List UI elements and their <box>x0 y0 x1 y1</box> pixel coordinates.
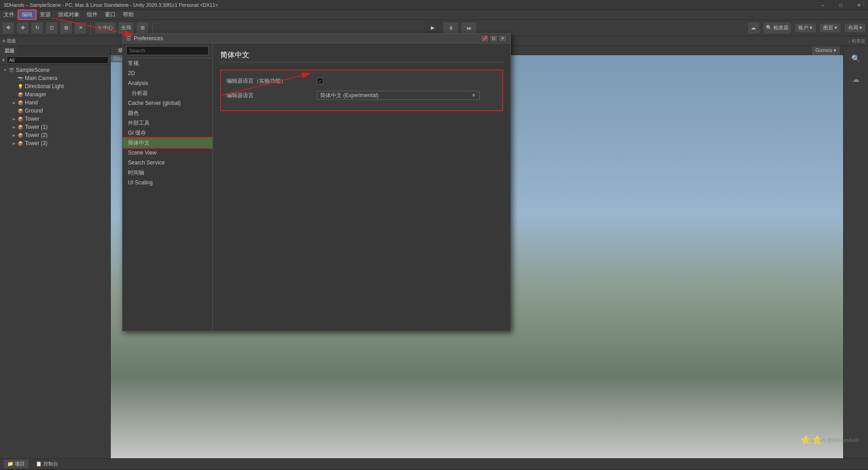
hand-icon: 📦 <box>17 99 24 106</box>
tree-item-manager[interactable]: 📦 Manager <box>0 90 110 99</box>
account-btn[interactable]: 🔍 检查器 <box>763 22 792 34</box>
tower2-icon: 📦 <box>17 132 24 138</box>
item-tower: Tower <box>25 116 39 122</box>
title-bar: 3DHands – SampleScene - PC, Mac & Linux … <box>0 0 868 10</box>
pref-menu-analyzer[interactable]: 分析器 <box>123 88 212 98</box>
pref-section-title: 简体中文 <box>220 51 503 62</box>
menu-window[interactable]: 窗口 <box>101 10 119 19</box>
tree-item-dir-light[interactable]: 💡 Directional Light <box>0 82 110 90</box>
menu-bar: 文件 编辑 资源 游戏对象 组件 窗口 帮助 <box>0 10 868 20</box>
tool-move[interactable]: ✥ <box>16 22 29 34</box>
pref-row-editor-lang: 编辑器语言 简体中文 (Experimental) ▼ <box>226 90 497 100</box>
menu-gameobject[interactable]: 游戏对象 <box>54 10 83 19</box>
arrow-scene: ▼ <box>2 68 8 72</box>
pause-btn[interactable]: ⏸ <box>443 22 459 34</box>
item-tower3: Tower (3) <box>25 140 47 146</box>
dialog-search-input[interactable] <box>126 46 209 55</box>
hierarchy-toolbar: + <box>0 55 110 65</box>
pref-menu-general[interactable]: 常规 <box>123 58 212 68</box>
item-tower2: Tower (2) <box>25 132 47 138</box>
cloud-btn[interactable]: ☁ <box>747 22 760 34</box>
pref-value-editor-lang-enable: ✓ <box>317 78 497 84</box>
pref-menu-search[interactable]: Search Service <box>123 158 212 168</box>
pref-menu-gi[interactable]: GI 缓存 <box>123 128 212 138</box>
pref-dropdown-editor-lang[interactable]: 简体中文 (Experimental) ▼ <box>317 91 480 100</box>
pref-label-editor-lang: 编辑器语言 <box>226 92 317 99</box>
camera-icon: 📷 <box>17 75 24 81</box>
search-inspector-icon[interactable]: 🔍 <box>847 49 865 67</box>
tower1-icon: 📦 <box>17 124 24 130</box>
project-tab-label: 项目 <box>15 461 25 467</box>
dialog-title-icon: ☰ <box>126 35 131 42</box>
dialog-pin-btn[interactable]: 📌 <box>481 35 489 42</box>
pref-menu-ext-tools[interactable]: 外部工具 <box>123 118 212 128</box>
dialog-close-btn[interactable]: ✕ <box>499 35 507 42</box>
console-tab[interactable]: 📋 控制台 <box>32 460 62 468</box>
toolbar-right: ☁ 🔍 检查器 账户 ▾ 图层 ▾ 布局 ▾ <box>747 22 866 34</box>
arrow-tower2: ▶ <box>11 133 17 137</box>
pref-menu-analysis[interactable]: Analysis <box>123 78 212 88</box>
tree-item-tower[interactable]: ▶ 📦 Tower <box>0 115 110 123</box>
dialog-left-panel: 常规 2D Analysis 分析器 Cache Server (global)… <box>123 43 213 331</box>
center-btn[interactable]: ⊕ 中心 <box>94 22 116 34</box>
right-sidebar: 🔍 ☁ <box>843 46 868 458</box>
extra-btn[interactable]: ⊞ <box>136 22 149 34</box>
pref-menu-timeline[interactable]: 时间轴 <box>123 168 212 178</box>
tool-rect[interactable]: ⊠ <box>60 22 72 34</box>
tree-item-tower1[interactable]: ▶ 📦 Tower (1) <box>0 123 110 131</box>
tool-transform[interactable]: ✕ <box>74 22 87 34</box>
pref-row-editor-lang-enable: 编辑器语言（实验功能） ✓ <box>226 76 497 86</box>
layers-icon: ≡ 层级 <box>3 38 16 44</box>
menu-file[interactable]: 文件 <box>0 10 18 19</box>
layout-btn[interactable]: 布局 ▾ <box>844 23 866 33</box>
ground-icon: 📦 <box>17 108 24 114</box>
gizmos-btn[interactable]: Gizmos ▾ <box>811 46 840 56</box>
dialog-popout-btn[interactable]: ⊡ <box>490 35 498 42</box>
light-icon: 💡 <box>17 83 24 89</box>
hierarchy-add-btn[interactable]: + <box>2 57 5 63</box>
maximize-btn[interactable]: □ <box>832 0 850 10</box>
tree-item-tower3[interactable]: ▶ 📦 Tower (3) <box>0 139 110 147</box>
tower3-icon: 📦 <box>17 140 24 146</box>
minimize-btn[interactable]: – <box>814 0 832 10</box>
step-btn[interactable]: ⏭ <box>461 22 477 34</box>
layer-dropdown[interactable]: 账户 ▾ <box>794 23 816 33</box>
console-tab-label: 控制台 <box>43 461 58 467</box>
pref-checkbox-editor-lang[interactable]: ✓ <box>317 78 323 84</box>
scene-icon: 🎬 <box>8 67 14 73</box>
pref-menu-cache[interactable]: Cache Server (global) <box>123 98 212 108</box>
pref-content-panel: 编辑器语言（实验功能） ✓ 编辑器语言 简体中文 (Experimental) … <box>220 70 503 111</box>
item-hand: Hand <box>25 99 38 106</box>
arrow-tower: ▶ <box>11 117 17 121</box>
dialog-controls: 📌 ⊡ ✕ <box>481 35 507 42</box>
global-btn[interactable]: 全局 <box>118 22 134 34</box>
item-ground: Ground <box>25 108 43 114</box>
pref-menu-colors[interactable]: 颜色 <box>123 108 212 118</box>
menu-component[interactable]: 组件 <box>83 10 101 19</box>
layer-btn[interactable]: 图层 ▾ <box>819 23 841 33</box>
tree-item-tower2[interactable]: ▶ 📦 Tower (2) <box>0 131 110 139</box>
hierarchy-search-input[interactable] <box>7 56 108 64</box>
tool-hand[interactable]: ✥ <box>2 22 14 34</box>
pref-menu-2d[interactable]: 2D <box>123 68 212 78</box>
menu-help[interactable]: 帮助 <box>119 10 137 19</box>
hierarchy-tab[interactable]: 层级 <box>0 46 19 55</box>
tool-scale[interactable]: ⊡ <box>45 22 58 34</box>
menu-assets[interactable]: 资源 <box>36 10 54 19</box>
tree-item-ground[interactable]: 📦 Ground <box>0 107 110 115</box>
pref-menu-chinese[interactable]: 简体中文 <box>123 138 212 148</box>
scene-root[interactable]: ▼ 🎬 SampleScene ⋮ <box>0 66 110 74</box>
tree-item-hand[interactable]: ▶ 📦 Hand <box>0 99 110 107</box>
project-tab[interactable]: 📁 项目 <box>4 460 28 468</box>
cloud-inspector-icon[interactable]: ☁ <box>847 70 865 88</box>
tool-rotate[interactable]: ↻ <box>31 22 43 34</box>
tree-item-main-camera[interactable]: 📷 Main Camera <box>0 74 110 82</box>
watermark: CSDN @BIG8os8vii8 <box>811 437 859 443</box>
toolbar-sep-1 <box>90 23 91 33</box>
toolbar-sep-2 <box>152 23 153 33</box>
menu-edit[interactable]: 编辑 <box>18 10 36 19</box>
play-btn[interactable]: ▶ <box>425 22 441 34</box>
pref-menu-scene-view[interactable]: Scene View <box>123 148 212 158</box>
window-controls: – □ ✕ <box>814 0 868 10</box>
pref-menu-ui-scaling[interactable]: UI Scaling <box>123 178 212 188</box>
